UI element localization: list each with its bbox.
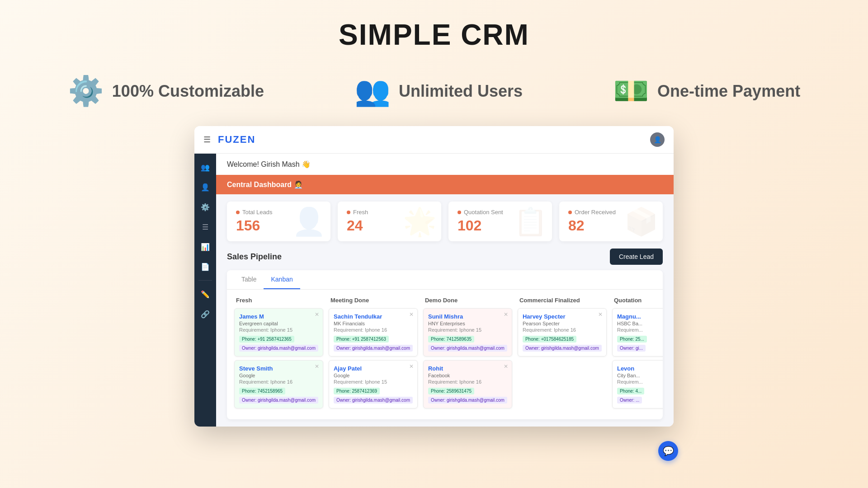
stat-bg-icon-quotation: 📋 [514,206,547,238]
kanban-column-demo: Demo Done ✕ Sunil Mishra HNY Enterprises… [423,297,512,412]
lead-name[interactable]: Sunil Mishra [428,313,507,320]
pipeline-section: Sales Pipeline Create Lead Table Kanban [216,249,674,427]
pipeline-header: Sales Pipeline Create Lead [227,249,663,265]
sidebar-icon-chart[interactable]: 📊 [197,239,213,255]
lead-owner-badge: Owner: girishgilda.mash@gmail.com [428,345,507,352]
lead-owner-badge: Owner: girishgilda.mash@gmail.com [334,397,413,404]
close-icon[interactable]: ✕ [504,311,508,318]
lead-name[interactable]: Steve Smith [239,365,318,372]
lead-phone-badge: Phone: 4... [617,388,644,394]
page-title: SIMPLE CRM [0,18,868,52]
sidebar-icon-list[interactable]: ☰ [197,219,213,235]
lead-name[interactable]: Levon [617,365,663,372]
lead-company: Evergreen capital [239,321,318,326]
lead-name[interactable]: Rohit [428,365,507,372]
lead-req: Requirement: Iphone 15 [334,379,413,385]
kanban-column-meeting: Meeting Done ✕ Sachin Tendulkar MK Finan… [329,297,418,412]
stat-bg-icon-leads: 👤 [292,206,326,238]
sidebar-icon-share[interactable]: 🔗 [197,306,213,322]
customizable-text: 100% Customizable [112,82,264,101]
lead-company: Google [334,373,413,378]
lead-company: Facebook [428,373,507,378]
stat-bg-icon-order: 📦 [624,206,658,238]
column-title-meeting: Meeting Done [329,297,418,304]
sidebar: 👥 👤 ⚙️ ☰ 📊 📄 ✏️ 🔗 [194,154,216,427]
stat-total-leads: Total Leads 156 👤 [227,202,330,241]
lead-name[interactable]: James M [239,313,318,320]
kanban-column-fresh: Fresh ✕ James M Evergreen capital Requir… [234,297,323,412]
stat-order: Order Received 82 📦 [559,202,663,241]
lead-name[interactable]: Harvey Specter [523,313,602,320]
lead-company: City Ban... [617,373,663,378]
stat-dot-3 [458,211,461,214]
lead-req: Requirement: Iphone 16 [334,327,413,333]
lead-card: ✕ Magnu... HSBC Ba... Requirem... Phone:… [612,308,663,357]
main-layout: 👥 👤 ⚙️ ☰ 📊 📄 ✏️ 🔗 Welcome! Girish Mash 👋… [194,154,674,427]
features-row: ⚙️ 100% Customizable 👥 Unlimited Users 💵… [0,61,868,126]
lead-company: HNY Enterprises [428,321,507,326]
lead-phone-badge: Phone: 7412589635 [428,336,474,343]
lead-company: Pearson Specter [523,321,602,326]
kanban-column-quotation: Quotation ✕ Magnu... HSBC Ba... Requirem… [612,297,663,412]
page-header: SIMPLE CRM [0,0,868,61]
user-avatar[interactable]: 👤 [650,132,665,147]
lead-card: ✕ Levon City Ban... Requirem... Phone: 4… [612,360,663,408]
tab-table[interactable]: Table [234,270,264,289]
lead-owner-badge: Owner: girishgilda.mash@gmail.com [428,397,507,404]
close-icon[interactable]: ✕ [409,311,414,318]
lead-name[interactable]: Ajay Patel [334,365,413,372]
feature-users: 👥 Unlimited Users [354,74,523,108]
lead-card: ✕ Sachin Tendulkar MK Financials Require… [329,308,418,357]
lead-req: Requirem... [617,327,663,333]
app-window: ☰ FUZEN 👤 👥 👤 ⚙️ ☰ 📊 📄 ✏️ 🔗 Welcome! G [194,126,674,427]
lead-card: ✕ Steve Smith Google Requirement: Iphone… [234,360,323,408]
lead-phone-badge: Phone: 7452158965 [239,388,285,394]
close-icon[interactable]: ✕ [598,311,603,318]
lead-owner-badge: Owner: gi... [617,345,646,352]
sidebar-icon-people[interactable]: 👥 [197,159,213,175]
lead-phone-badge: Phone: 25... [617,336,647,343]
lead-company: Google [239,373,318,378]
sidebar-icon-person[interactable]: 👤 [197,179,213,195]
stat-bg-icon-fresh: 🌟 [403,206,437,238]
sidebar-divider [198,280,212,281]
close-icon[interactable]: ✕ [315,311,319,318]
close-icon[interactable]: ✕ [315,363,319,370]
chat-bubble-button[interactable]: 💬 [658,441,678,461]
lead-phone-badge: Phone: +017584625185 [523,336,576,343]
lead-card: ✕ Ajay Patel Google Requirement: Iphone … [329,360,418,408]
lead-phone-badge: Phone: 2589631475 [428,388,474,394]
lead-phone-badge: Phone: +91 2587412563 [334,336,389,343]
lead-name[interactable]: Sachin Tendulkar [334,313,413,320]
create-lead-button[interactable]: Create Lead [610,249,663,265]
lead-card: ✕ Sunil Mishra HNY Enterprises Requireme… [423,308,512,357]
column-title-quotation: Quotation [612,297,663,304]
lead-owner-badge: Owner: ... [617,397,642,404]
lead-card: ✕ Rohit Facebook Requirement: Iphone 16 … [423,360,512,408]
close-icon[interactable]: ✕ [409,363,414,370]
kanban-board: Fresh ✕ James M Evergreen capital Requir… [227,290,663,419]
users-icon: 👥 [354,74,391,108]
lead-name[interactable]: Magnu... [617,313,663,320]
pipeline-title: Sales Pipeline [227,252,282,262]
customizable-icon: ⚙️ [68,74,104,108]
sidebar-icon-document[interactable]: 📄 [197,258,213,275]
lead-req: Requirement: Iphone 16 [523,327,602,333]
close-icon[interactable]: ✕ [504,363,508,370]
hamburger-icon[interactable]: ☰ [203,135,211,145]
stat-fresh: Fresh 24 🌟 [338,202,441,241]
feature-payment: 💵 One-time Payment [613,74,800,108]
sidebar-icon-edit[interactable]: ✏️ [197,286,213,302]
stat-dot-2 [347,211,350,214]
column-title-commercial: Commercial Finalized [518,297,607,304]
lead-req: Requirement: Iphone 16 [428,379,507,385]
sidebar-icon-settings[interactable]: ⚙️ [197,199,213,215]
title-bar: ☰ FUZEN 👤 [194,126,674,154]
payment-icon: 💵 [613,74,649,108]
lead-company: MK Financials [334,321,413,326]
tab-kanban[interactable]: Kanban [264,270,300,289]
lead-req: Requirement: Iphone 15 [428,327,507,333]
lead-card: ✕ James M Evergreen capital Requirement:… [234,308,323,357]
column-title-demo: Demo Done [423,297,512,304]
payment-text: One-time Payment [657,82,800,101]
